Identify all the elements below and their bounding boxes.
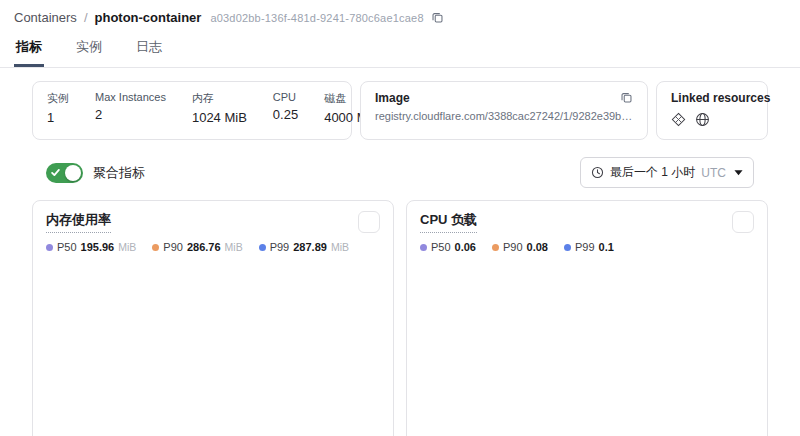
image-registry-url: registry.cloudflare.com/3388cac27242/1/9… (375, 110, 633, 122)
container-id: a03d02bb-136f-481d-9241-780c6ae1cae8 (210, 12, 423, 24)
tab-metrics[interactable]: 指标 (14, 29, 44, 67)
expand-cpu-chart-button[interactable]: 0.10.10.10.20.3Jun 29, 03:50Jun 29, 04:3… (732, 211, 754, 233)
legend-dot (564, 244, 571, 251)
memory-usage-chart-card: 内存使用率 100200300400Jun 29, 03:50Jun 29, 0… (32, 200, 394, 436)
cpu-chart-legend: P500.06P900.08P990.1 (420, 241, 754, 253)
aggregate-metrics-toggle[interactable] (46, 163, 83, 183)
legend-dot (420, 244, 427, 251)
legend-item-p99[interactable]: P990.1 (564, 241, 614, 253)
charts-row: 内存使用率 100200300400Jun 29, 03:50Jun 29, 0… (32, 200, 768, 436)
breadcrumb-containers-link[interactable]: Containers (14, 10, 77, 25)
expand-icon: 0.10.10.10.20.3Jun 29, 03:50Jun 29, 04:3… (738, 217, 749, 228)
stat-max-instances: Max Instances 2 (95, 91, 166, 130)
tab-logs[interactable]: 日志 (134, 29, 164, 67)
image-card: Image registry.cloudflare.com/3388cac272… (360, 81, 648, 140)
workers-icon[interactable] (671, 112, 686, 130)
memory-chart-title: 内存使用率 (46, 211, 111, 233)
cpu-chart-title: CPU 负载 (420, 211, 477, 233)
expand-icon: 100200300400Jun 29, 03:50Jun 29, 04:30Ti… (364, 217, 375, 228)
legend-item-p50[interactable]: P500.06 (420, 241, 476, 253)
stat-memory: 内存 1024 MiB (192, 91, 247, 130)
time-range-label: 最后一个 1 小时 (610, 164, 695, 181)
controls-row: 聚合指标 最后一个 1 小时 UTC (32, 157, 768, 188)
info-cards-row: 实例 1 Max Instances 2 内存 1024 MiB CPU 0.2… (32, 81, 768, 140)
time-range-dropdown[interactable]: 最后一个 1 小时 UTC (580, 157, 754, 188)
cpu-chart-plot[interactable] (420, 255, 754, 436)
legend-dot (259, 244, 266, 251)
copy-icon (431, 11, 444, 24)
time-zone-label: UTC (701, 166, 726, 180)
breadcrumb-separator: / (84, 10, 88, 25)
legend-item-p50[interactable]: P50195.96MiB (46, 241, 136, 253)
legend-item-p90[interactable]: P900.08 (492, 241, 548, 253)
cpu-load-chart-card: CPU 负载 0.10.10.10.20.3Jun 29, 03:50Jun 2… (406, 200, 768, 436)
copy-image-button[interactable] (620, 91, 633, 104)
tab-instances[interactable]: 实例 (74, 29, 104, 67)
copy-icon (620, 91, 633, 104)
expand-memory-chart-button[interactable]: 100200300400Jun 29, 03:50Jun 29, 04:30Ti… (358, 211, 380, 233)
clock-icon (591, 166, 604, 179)
linked-resources-title: Linked resources (671, 91, 753, 105)
legend-dot (46, 244, 53, 251)
legend-dot (152, 244, 159, 251)
globe-icon[interactable] (695, 112, 710, 130)
toggle-knob (65, 165, 81, 181)
stat-instances: 实例 1 (47, 91, 69, 130)
legend-item-p90[interactable]: P90286.76MiB (152, 241, 242, 253)
page-title: photon-container (95, 10, 202, 25)
legend-dot (492, 244, 499, 251)
memory-chart-legend: P50195.96MiBP90286.76MiBP99287.89MiB (46, 241, 380, 253)
stat-cpu: CPU 0.25 (273, 91, 298, 130)
tab-bar: 指标 实例 日志 (0, 29, 800, 68)
check-icon (51, 168, 60, 177)
image-card-title: Image (375, 91, 410, 105)
legend-item-p99[interactable]: P99287.89MiB (259, 241, 349, 253)
memory-chart-plot[interactable] (46, 255, 380, 436)
container-stats-card: 实例 1 Max Instances 2 内存 1024 MiB CPU 0.2… (32, 81, 352, 140)
copy-id-button[interactable] (431, 11, 444, 24)
aggregate-metrics-label: 聚合指标 (93, 164, 145, 182)
chevron-down-icon (734, 169, 743, 176)
linked-resources-card: Linked resources (656, 81, 768, 140)
breadcrumb: Containers / photon-container a03d02bb-1… (0, 0, 800, 29)
